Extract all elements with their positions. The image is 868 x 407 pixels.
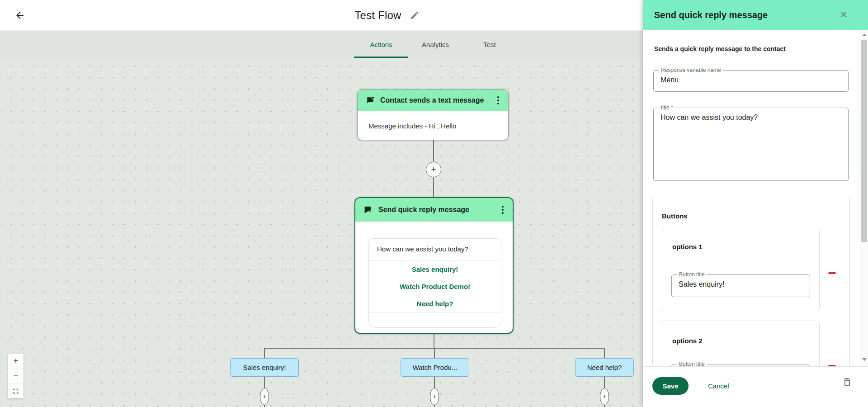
node-quick-reply-title: Send quick reply message xyxy=(378,206,494,214)
branch-chip-watch-product[interactable]: Watch Produ... xyxy=(401,358,469,377)
option-1-name: options 1 xyxy=(672,243,703,251)
tab-actions[interactable]: Actions xyxy=(354,31,408,58)
node-contact-menu-icon[interactable] xyxy=(495,95,502,106)
quick-reply-message-text: How can we assist you today? xyxy=(369,239,501,261)
node-quick-reply-menu-icon[interactable] xyxy=(499,204,506,216)
quick-reply-option-1[interactable]: Sales enquiry! xyxy=(369,261,501,278)
node-contact-body: Message includes - Hi , Hello xyxy=(358,111,508,140)
edge-node-to-branches xyxy=(434,334,434,348)
panel-footer: Save Cancel xyxy=(643,366,868,407)
panel-description: Sends a quick reply message to the conta… xyxy=(654,45,786,52)
panel-body: Sends a quick reply message to the conta… xyxy=(643,30,868,366)
branch-drop-3 xyxy=(604,348,605,358)
branch-chip-label: Need help? xyxy=(587,364,622,371)
cancel-button[interactable]: Cancel xyxy=(708,377,729,395)
zoom-in-button[interactable]: + xyxy=(8,354,24,369)
branch-chip-label: Sales enquiry! xyxy=(243,364,286,371)
edit-pencil-icon[interactable] xyxy=(410,10,420,20)
tab-analytics[interactable]: Analytics xyxy=(408,31,462,58)
top-header: Test Flow xyxy=(0,0,643,31)
title-field-label: title * xyxy=(659,104,675,111)
option-card-1: options 1 Button title xyxy=(662,229,820,311)
option-1-button-title-field[interactable]: Button title xyxy=(671,274,810,297)
close-icon: ✕ xyxy=(840,9,848,21)
add-step-button[interactable]: + xyxy=(426,162,441,177)
panel-title: Send quick reply message xyxy=(654,10,837,20)
remove-option-1-icon[interactable] xyxy=(828,272,836,274)
quick-reply-icon xyxy=(363,205,373,215)
title-field-input[interactable] xyxy=(660,114,826,122)
add-step-branch-1[interactable]: + xyxy=(260,388,269,405)
canvas-zoom-controls: + − xyxy=(8,354,24,398)
tab-actions-label: Actions xyxy=(370,41,392,48)
flow-title-wrap: Test Flow xyxy=(0,0,643,31)
option-1-button-title-input[interactable] xyxy=(679,280,796,289)
page-title: Test Flow xyxy=(354,9,401,22)
response-variable-field[interactable]: Response variable name xyxy=(653,70,849,92)
trash-icon xyxy=(842,377,853,388)
branch-chip-label: Watch Produ... xyxy=(413,364,458,371)
chip-stem-3 xyxy=(604,377,605,388)
delete-node-button[interactable] xyxy=(842,377,854,388)
branch-chip-need-help[interactable]: Need help? xyxy=(575,358,634,377)
response-variable-label: Response variable name xyxy=(659,67,723,73)
save-button[interactable]: Save xyxy=(652,377,689,395)
config-panel: Send quick reply message ✕ Sends a quick… xyxy=(643,0,868,407)
chat-unread-icon xyxy=(366,96,375,105)
node-quick-reply-header: Send quick reply message xyxy=(355,198,513,222)
option-2-name: options 2 xyxy=(672,337,703,345)
quick-reply-preview-card: How can we assist you today? Sales enqui… xyxy=(368,238,501,328)
plus-icon: + xyxy=(603,393,606,400)
buttons-section-card: Buttons options 1 Button title options 2… xyxy=(652,197,850,366)
quick-reply-option-2[interactable]: Watch Product Demo! xyxy=(369,278,501,295)
zoom-out-button[interactable]: − xyxy=(8,369,24,383)
chip-stem-1 xyxy=(264,377,265,388)
node-contact-sends-text[interactable]: Contact sends a text message Message inc… xyxy=(357,89,509,140)
zoom-out-icon: − xyxy=(14,371,19,381)
node-contact-title: Contact sends a text message xyxy=(380,96,489,104)
branch-drop-2 xyxy=(434,348,435,358)
fullscreen-icon xyxy=(13,388,19,394)
scroll-down-icon[interactable] xyxy=(862,358,867,361)
flow-builder-app: Test Flow Actions Analytics Test xyxy=(0,0,868,407)
scrollbar-thumb[interactable] xyxy=(861,40,867,242)
buttons-section-heading: Buttons xyxy=(662,212,688,220)
tab-test[interactable]: Test xyxy=(462,31,517,58)
tabs-row: Actions Analytics Test xyxy=(354,31,517,58)
option-card-2: options 2 Button title xyxy=(662,321,820,366)
branch-chip-sales-enquiry[interactable]: Sales enquiry! xyxy=(230,358,299,377)
add-step-branch-3[interactable]: + xyxy=(600,388,609,405)
plus-icon: + xyxy=(263,393,266,400)
plus-icon: + xyxy=(433,393,436,400)
flow-canvas[interactable]: Contact sends a text message Message inc… xyxy=(0,58,643,407)
scroll-up-icon[interactable] xyxy=(862,33,867,36)
tab-analytics-label: Analytics xyxy=(422,41,449,48)
tab-bar: Actions Analytics Test xyxy=(0,31,643,58)
node-contact-header: Contact sends a text message xyxy=(358,90,508,111)
option-2-button-title-label: Button title xyxy=(677,361,707,366)
title-field[interactable]: title * xyxy=(653,108,849,181)
response-variable-input[interactable] xyxy=(660,76,826,84)
chip-stem-2 xyxy=(434,377,435,388)
fit-view-button[interactable] xyxy=(8,384,24,398)
plus-icon: + xyxy=(431,165,436,175)
quick-reply-options: Sales enquiry! Watch Product Demo! Need … xyxy=(369,261,501,313)
option-1-button-title-label: Button title xyxy=(677,271,707,278)
close-panel-button[interactable]: ✕ xyxy=(837,8,850,22)
quick-reply-option-3[interactable]: Need help? xyxy=(369,295,501,312)
branch-drop-1 xyxy=(264,348,265,358)
add-step-branch-2[interactable]: + xyxy=(430,388,439,405)
node-send-quick-reply[interactable]: Send quick reply message How can we assi… xyxy=(354,197,514,334)
panel-header: Send quick reply message ✕ xyxy=(643,0,868,30)
zoom-in-icon: + xyxy=(14,356,19,366)
tab-test-label: Test xyxy=(483,41,496,48)
panel-scrollbar[interactable] xyxy=(860,30,868,366)
